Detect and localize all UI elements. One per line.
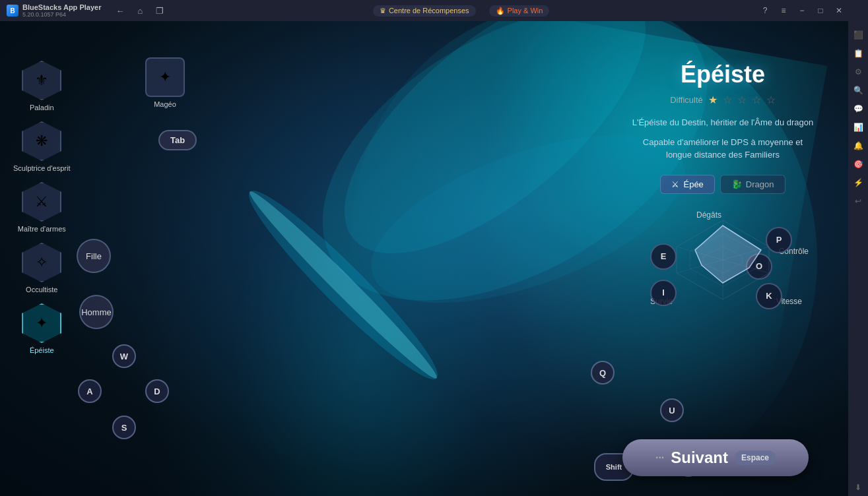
right-panel: Épéiste Difficulté ★ ☆ ☆ ☆ ☆ L'Épéiste d… bbox=[630, 61, 815, 326]
class-item-paladin[interactable]: ⚜ Paladin bbox=[13, 61, 70, 111]
sculptrice-icon: ❋ bbox=[22, 121, 61, 161]
back-button[interactable]: ← bbox=[113, 5, 127, 17]
sword-icon: ⚔ bbox=[671, 179, 679, 189]
stats-area: Dégâts Contrôle Vitesse Survie E I P O K bbox=[630, 207, 815, 313]
menu-button[interactable]: ≡ bbox=[774, 0, 793, 21]
star-filled: ★ bbox=[708, 94, 718, 106]
class-item-mageo[interactable]: ✦ Magéo bbox=[145, 57, 185, 108]
sidebar-icon-10[interactable]: ↩ bbox=[850, 193, 867, 210]
maximize-button[interactable]: □ bbox=[811, 0, 830, 21]
app-name: BlueStacks App Player bbox=[22, 3, 101, 11]
mageo-label: Magéo bbox=[154, 100, 176, 108]
epee-tab[interactable]: ⚔ Épée bbox=[660, 175, 714, 194]
class-item-maitre[interactable]: ⚔ Maître d'armes bbox=[13, 182, 70, 233]
class-item-occultiste[interactable]: ✧ Occultiste bbox=[13, 243, 70, 294]
suivant-button[interactable]: ··· Suivant Espace bbox=[622, 439, 809, 476]
play-win-button[interactable]: 🔥 Play & Win bbox=[489, 5, 550, 16]
star-5: ☆ bbox=[766, 94, 776, 106]
a-key[interactable]: A bbox=[78, 379, 102, 403]
weapon-tabs: ⚔ Épée 🐉 Dragon bbox=[630, 175, 815, 194]
maitre-label: Maître d'armes bbox=[18, 225, 66, 233]
star-4: ☆ bbox=[752, 94, 761, 106]
epeiste-icon: ✦ bbox=[22, 303, 61, 343]
close-button[interactable]: ✕ bbox=[830, 0, 848, 21]
sidebar-icon-6[interactable]: 📊 bbox=[850, 119, 867, 136]
difficulty-label: Difficulté bbox=[670, 95, 703, 105]
radar-chart bbox=[657, 214, 789, 306]
paladin-icon: ⚜ bbox=[22, 61, 61, 100]
sidebar-icon-bottom[interactable]: ⬇ bbox=[850, 479, 867, 496]
playnwin-label: Play & Win bbox=[508, 7, 543, 15]
char-description-2: Capable d'améliorer le DPS à moyenne et … bbox=[630, 136, 815, 162]
fille-button[interactable]: Fille bbox=[77, 239, 111, 273]
star-2: ☆ bbox=[723, 94, 732, 106]
dragon-tab[interactable]: 🐉 Dragon bbox=[720, 175, 785, 194]
char-description-1: L'Épéiste du Destin, héritier de l'Âme d… bbox=[630, 116, 815, 129]
tab-key[interactable]: Tab bbox=[158, 130, 197, 150]
sidebar-icon-4[interactable]: 🔍 bbox=[850, 82, 867, 99]
star-3: ☆ bbox=[737, 94, 747, 106]
help-button[interactable]: ? bbox=[756, 0, 774, 21]
espace-badge: Espace bbox=[735, 450, 776, 465]
titlebar-navigation: ← ⌂ ❐ bbox=[113, 5, 166, 17]
occultiste-icon: ✧ bbox=[22, 243, 61, 282]
w-key[interactable]: W bbox=[112, 344, 136, 368]
occultiste-label: Occultiste bbox=[26, 286, 57, 294]
q-key[interactable]: Q bbox=[591, 361, 615, 385]
flame-icon: 🔥 bbox=[496, 7, 505, 15]
difficulty-row: Difficulté ★ ☆ ☆ ☆ ☆ bbox=[630, 94, 815, 106]
reward-center-button[interactable]: ♛ Centre de Récompenses bbox=[373, 5, 476, 16]
s-key[interactable]: S bbox=[112, 416, 136, 439]
maitre-icon: ⚔ bbox=[22, 182, 61, 222]
window-controls: ? ≡ − □ ✕ bbox=[756, 0, 848, 21]
sidebar-icon-3[interactable]: ⚙ bbox=[850, 63, 867, 80]
suivant-label: Suivant bbox=[671, 449, 728, 467]
class-item-sculptrice[interactable]: ❋ Sculptrice d'esprit bbox=[13, 121, 70, 172]
titlebar-center: ♛ Centre de Récompenses 🔥 Play & Win bbox=[166, 5, 756, 16]
bluestacks-icon: B bbox=[7, 5, 18, 16]
paladin-label: Paladin bbox=[30, 104, 54, 111]
sidebar-icon-8[interactable]: 🎯 bbox=[850, 156, 867, 173]
tab-button[interactable]: ❐ bbox=[153, 5, 166, 17]
app-logo: B BlueStacks App Player 5.20.0.1057 P64 bbox=[0, 3, 108, 18]
sidebar-icon-9[interactable]: ⚡ bbox=[850, 174, 867, 191]
reward-label: Centre de Récompenses bbox=[389, 7, 469, 15]
dots-icon: ··· bbox=[655, 452, 664, 464]
sidebar-icon-5[interactable]: 💬 bbox=[850, 100, 867, 117]
crown-icon: ♛ bbox=[380, 7, 386, 15]
class-menu: ⚜ Paladin ❋ Sculptrice d'esprit ⚔ Maître… bbox=[13, 61, 70, 354]
sidebar-icon-7[interactable]: 🔔 bbox=[850, 137, 867, 154]
mageo-icon: ✦ bbox=[145, 57, 185, 97]
home-button[interactable]: ⌂ bbox=[135, 5, 145, 17]
class-item-epeiste[interactable]: ✦ Épéiste bbox=[13, 303, 70, 354]
character-glow bbox=[132, 21, 594, 496]
game-viewport: ✦ Magéo ⚜ Paladin ❋ Sculptrice d'esprit … bbox=[0, 21, 848, 496]
titlebar: B BlueStacks App Player 5.20.0.1057 P64 … bbox=[0, 0, 848, 21]
dragon-icon: 🐉 bbox=[731, 179, 742, 189]
minimize-button[interactable]: − bbox=[793, 0, 811, 21]
sculptrice-label: Sculptrice d'esprit bbox=[13, 164, 70, 172]
app-version: 5.20.0.1057 P64 bbox=[22, 11, 101, 18]
epee-label: Épée bbox=[683, 179, 703, 189]
right-sidebar: ⬛ 📋 ⚙ 🔍 💬 📊 🔔 🎯 ⚡ ↩ ⬇ bbox=[848, 0, 868, 496]
u-key[interactable]: U bbox=[660, 398, 684, 422]
svg-marker-11 bbox=[695, 226, 761, 283]
sidebar-icon-2[interactable]: 📋 bbox=[850, 45, 867, 62]
character-name: Épéiste bbox=[630, 61, 815, 88]
dragon-label: Dragon bbox=[746, 179, 774, 189]
homme-button[interactable]: Homme bbox=[79, 295, 114, 329]
sidebar-icon-1[interactable]: ⬛ bbox=[850, 26, 867, 44]
d-key[interactable]: D bbox=[145, 379, 169, 403]
epeiste-label: Épéiste bbox=[30, 346, 54, 354]
